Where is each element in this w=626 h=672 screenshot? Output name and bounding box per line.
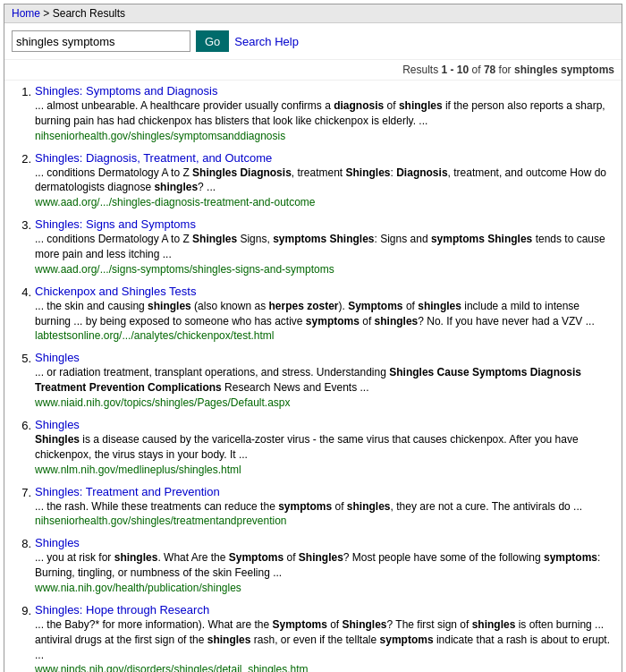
result-content: Shingles ... or radiation treatment, tra…	[35, 351, 614, 409]
search-help-link[interactable]: Search Help	[234, 35, 299, 48]
breadcrumb-separator: >	[43, 7, 49, 20]
result-snippet: ... conditions Dermatology A to Z Shingl…	[35, 232, 614, 262]
result-snippet: Shingles is a disease caused by the vari…	[35, 432, 614, 463]
result-url: labtestsonline.org/.../analytes/chickenp…	[35, 329, 614, 342]
result-url: www.nlm.nih.gov/medlineplus/shingles.htm…	[35, 464, 614, 476]
result-number: 4.	[12, 285, 31, 343]
result-item: 5. Shingles ... or radiation treatment, …	[12, 351, 614, 409]
result-content: Shingles: Signs and Symptoms ... conditi…	[35, 217, 614, 276]
results-of: of	[472, 64, 481, 76]
result-item: 3. Shingles: Signs and Symptoms ... cond…	[12, 217, 614, 276]
results-range: 1 - 10	[442, 64, 470, 76]
result-number: 1.	[12, 84, 31, 142]
result-item: 4. Chickenpox and Shingles Tests ... the…	[12, 285, 614, 343]
result-snippet: ... almost unbearable. A healthcare prov…	[35, 98, 614, 129]
result-item: 7. Shingles: Treatment and Prevention ..…	[12, 485, 614, 528]
result-content: Shingles Shingles is a disease caused by…	[35, 418, 614, 476]
result-url: www.nia.nih.gov/health/publication/shing…	[35, 582, 614, 594]
result-title-link[interactable]: Shingles: Treatment and Prevention	[35, 485, 220, 498]
result-snippet: ... conditions Dermatology A to Z Shingl…	[35, 166, 614, 196]
result-url: www.niaid.nih.gov/topics/shingles/Pages/…	[35, 396, 614, 409]
result-title-link[interactable]: Shingles	[35, 536, 80, 549]
result-number: 2.	[12, 151, 31, 209]
search-input[interactable]	[12, 30, 190, 52]
result-url: nihseniorhealth.gov/shingles/treatmentan…	[35, 515, 614, 527]
result-title-link[interactable]: Shingles	[35, 418, 80, 431]
result-number: 5.	[12, 351, 31, 409]
results-total: 78	[484, 64, 495, 76]
result-content: Shingles: Symptoms and Diagnosis ... alm…	[35, 84, 614, 142]
page-wrapper: Home > Search Results Go Search Help Res…	[4, 4, 622, 672]
result-snippet: ... the rash. While these treatments can…	[35, 499, 614, 515]
results-prefix: Results	[402, 64, 438, 76]
result-number: 7.	[12, 485, 31, 528]
breadcrumb-home-link[interactable]: Home	[12, 7, 40, 20]
result-item: 1. Shingles: Symptoms and Diagnosis ... …	[12, 84, 614, 142]
search-bar: Go Search Help	[4, 23, 622, 60]
result-title-link[interactable]: Shingles	[35, 351, 80, 364]
result-number: 9.	[12, 603, 31, 672]
result-url: www.ninds.nih.gov/disorders/shingles/det…	[35, 663, 614, 672]
results-list: 1. Shingles: Symptoms and Diagnosis ... …	[4, 81, 622, 672]
result-item: 2. Shingles: Diagnosis, Treatment, and O…	[12, 151, 614, 209]
result-title-link[interactable]: Chickenpox and Shingles Tests	[35, 285, 196, 298]
result-snippet: ... the skin and causing shingles (also …	[35, 299, 614, 329]
result-content: Shingles: Diagnosis, Treatment, and Outc…	[35, 151, 614, 209]
result-item: 8. Shingles ... you at risk for shingles…	[12, 536, 614, 594]
result-url: www.aad.org/.../shingles-diagnosis-treat…	[35, 196, 614, 208]
result-number: 8.	[12, 536, 31, 594]
result-content: Chickenpox and Shingles Tests ... the sk…	[35, 285, 614, 343]
result-title-link[interactable]: Shingles: Symptoms and Diagnosis	[35, 84, 218, 98]
go-button[interactable]: Go	[196, 30, 229, 52]
result-title-link[interactable]: Shingles: Hope through Research	[35, 603, 209, 617]
result-url: www.aad.org/.../signs-symptoms/shingles-…	[35, 263, 614, 276]
result-snippet: ... or radiation treatment, transplant o…	[35, 365, 614, 396]
result-snippet: ... the Baby?* for more information). Wh…	[35, 617, 614, 662]
result-number: 6.	[12, 418, 31, 476]
result-content: Shingles: Hope through Research ... the …	[35, 603, 614, 672]
result-item: 9. Shingles: Hope through Research ... t…	[12, 603, 614, 672]
breadcrumb-current: Search Results	[53, 7, 125, 20]
result-url: nihseniorhealth.gov/shingles/symptomsand…	[35, 130, 614, 142]
result-number: 3.	[12, 217, 31, 276]
result-content: Shingles: Treatment and Prevention ... t…	[35, 485, 614, 528]
result-title-link[interactable]: Shingles: Signs and Symptoms	[35, 217, 196, 231]
result-item: 6. Shingles Shingles is a disease caused…	[12, 418, 614, 476]
result-title-link[interactable]: Shingles: Diagnosis, Treatment, and Outc…	[35, 151, 272, 165]
breadcrumb: Home > Search Results	[4, 4, 622, 23]
results-for: for	[499, 64, 512, 76]
results-count: Results 1 - 10 of 78 for shingles sympto…	[4, 60, 622, 81]
result-snippet: ... you at risk for shingles. What Are t…	[35, 550, 614, 581]
result-content: Shingles ... you at risk for shingles. W…	[35, 536, 614, 594]
results-query: shingles symptoms	[514, 64, 614, 76]
